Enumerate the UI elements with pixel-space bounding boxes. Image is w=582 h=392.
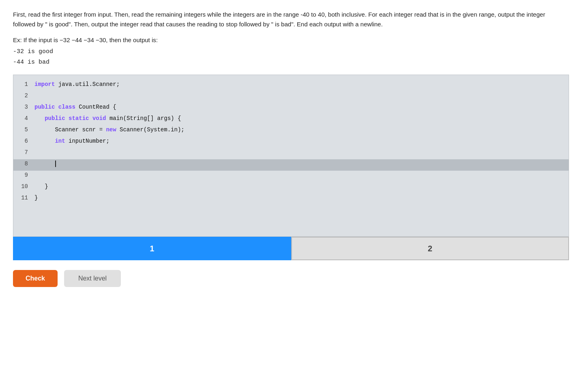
code-line: 3public class CountRead {	[13, 103, 569, 114]
tab-1-label: 1	[150, 244, 154, 253]
tab-2-label: 2	[428, 244, 432, 253]
line-number: 7	[13, 148, 33, 158]
code-line: 10 }	[13, 182, 569, 193]
check-button[interactable]: Check	[13, 270, 58, 287]
line-number: 10	[13, 182, 33, 192]
example-section: Ex: If the input is −32 −44 −34 −30, the…	[13, 36, 569, 67]
line-number: 9	[13, 171, 33, 180]
code-editor[interactable]: 1import java.util.Scanner;23public class…	[13, 75, 569, 237]
example-line-2: -44 is bad	[13, 57, 569, 68]
line-number: 3	[13, 103, 33, 112]
tab-1[interactable]: 1	[13, 237, 291, 260]
text-cursor	[55, 161, 56, 167]
code-line: 4 public static void main(String[] args)…	[13, 114, 569, 125]
line-content: }	[33, 182, 569, 192]
tab-2[interactable]: 2	[291, 237, 569, 260]
line-content: }	[33, 193, 569, 203]
line-content: public static void main(String[] args) {	[33, 114, 569, 124]
line-number: 8	[13, 159, 33, 169]
buttons-row: Check Next level	[13, 270, 569, 287]
code-line: 7	[13, 148, 569, 159]
line-number: 1	[13, 80, 33, 90]
example-line-1: -32 is good	[13, 47, 569, 57]
code-line: 9	[13, 171, 569, 182]
code-line: 1import java.util.Scanner;	[13, 80, 569, 91]
line-number: 5	[13, 125, 33, 135]
page-container: First, read the first integer from input…	[0, 0, 582, 392]
example-output: -32 is good -44 is bad	[13, 47, 569, 67]
example-label: Ex: If the input is −32 −44 −34 −30, the…	[13, 36, 569, 43]
next-level-button[interactable]: Next level	[64, 270, 121, 287]
line-content	[33, 159, 569, 169]
code-line: 6 int inputNumber;	[13, 137, 569, 148]
line-number: 4	[13, 114, 33, 124]
code-line: 11}	[13, 193, 569, 205]
line-content: import java.util.Scanner;	[33, 80, 569, 90]
line-number: 6	[13, 137, 33, 146]
line-content: Scanner scnr = new Scanner(System.in);	[33, 125, 569, 135]
line-content: public class CountRead {	[33, 103, 569, 112]
line-content: int inputNumber;	[33, 137, 569, 146]
code-line: 8	[13, 159, 569, 171]
tabs-bar: 1 2	[13, 237, 569, 260]
line-number: 11	[13, 193, 33, 203]
code-line: 5 Scanner scnr = new Scanner(System.in);	[13, 125, 569, 137]
code-line: 2	[13, 91, 569, 103]
line-number: 2	[13, 91, 33, 101]
description-text: First, read the first integer from input…	[13, 10, 561, 29]
